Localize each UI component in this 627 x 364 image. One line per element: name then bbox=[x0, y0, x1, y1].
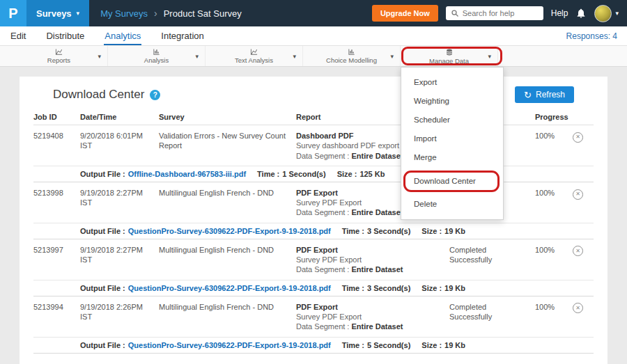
breadcrumb-my-surveys-link[interactable]: My Surveys bbox=[100, 8, 148, 19]
tab-integration[interactable]: Integration bbox=[160, 28, 204, 45]
table-header-row: Job ID Date/Time Survey Report Progress bbox=[33, 107, 594, 125]
job-main-row: 5219408 9/20/2018 6:01PM IST Validation … bbox=[33, 125, 594, 166]
output-file-label: Output File : bbox=[80, 341, 125, 349]
breadcrumb-separator-icon: › bbox=[154, 8, 157, 19]
cancel-job-icon[interactable]: ✕ bbox=[573, 303, 583, 313]
top-bar: P Surveys ▾ My Surveys › Product Sat Sur… bbox=[0, 0, 627, 26]
search-icon bbox=[451, 9, 459, 17]
time-value: 5 Second(s) bbox=[367, 341, 410, 349]
job-datetime: 9/19/2018 2:26PM IST bbox=[80, 302, 159, 332]
app-logo[interactable]: P bbox=[0, 0, 26, 26]
job-survey: Multilingual English French - DND bbox=[159, 188, 296, 218]
refresh-button[interactable]: ↻ Refresh bbox=[515, 86, 574, 103]
job-report: PDF Export Survey PDF Export Data Segmen… bbox=[296, 245, 449, 275]
output-file-label: Output File : bbox=[80, 284, 125, 292]
reports-chart-icon bbox=[54, 48, 63, 56]
responses-count: Responses: 4 bbox=[566, 31, 617, 45]
job-status: Completed Successfully bbox=[449, 302, 516, 332]
job-datetime: 9/19/2018 2:27PM IST bbox=[80, 245, 159, 275]
help-link[interactable]: Help bbox=[551, 8, 568, 18]
upgrade-now-button[interactable]: Upgrade Now bbox=[372, 5, 438, 22]
header-survey: Survey bbox=[159, 113, 296, 121]
output-file-link[interactable]: QuestionPro-Survey-6309622-PDF-Export-9-… bbox=[128, 227, 331, 235]
job-output-row: Output File :QuestionPro-Survey-6309622-… bbox=[33, 337, 594, 354]
chevron-down-icon: ▾ bbox=[390, 53, 394, 60]
job-datetime: 9/20/2018 6:01PM IST bbox=[80, 131, 159, 161]
breadcrumb: My Surveys › Product Sat Survey bbox=[100, 8, 242, 19]
job-progress: 100% bbox=[535, 302, 573, 332]
toolbar-item-analysis[interactable]: Analysis ▾ bbox=[108, 46, 206, 66]
time-value: 3 Second(s) bbox=[367, 227, 410, 235]
tab-bar: Edit Distribute Analytics Integration Re… bbox=[0, 26, 627, 46]
job-id: 5219408 bbox=[33, 131, 80, 161]
job-id: 5213998 bbox=[33, 188, 80, 218]
menu-item-label: Download Center bbox=[414, 177, 476, 185]
tab-edit[interactable]: Edit bbox=[10, 28, 26, 45]
size-value: 19 Kb bbox=[444, 227, 465, 235]
menu-item-weighting[interactable]: Weighting bbox=[401, 92, 503, 111]
toolbar-item-choice-modelling[interactable]: Choice Modelling ▾ bbox=[303, 46, 401, 66]
data-segment: Data Segment : Entire Dataset bbox=[296, 322, 440, 331]
refresh-label: Refresh bbox=[536, 90, 565, 100]
analysis-chart-icon bbox=[152, 48, 161, 56]
size-label: Size : bbox=[421, 284, 442, 292]
size-label: Size : bbox=[421, 341, 442, 349]
tab-distribute[interactable]: Distribute bbox=[45, 28, 85, 45]
toolbar-item-label: Text Analysis bbox=[235, 56, 273, 64]
menu-item-delete[interactable]: Delete bbox=[401, 195, 503, 214]
account-menu[interactable]: ▾ bbox=[594, 5, 619, 22]
job-survey: Multilingual English French - DND bbox=[159, 302, 296, 332]
menu-item-download-center[interactable]: Download Center bbox=[401, 172, 503, 191]
top-bar-right: Upgrade Now Help ▾ bbox=[372, 5, 627, 22]
page-title: Download Center bbox=[53, 88, 144, 102]
output-file-link[interactable]: QuestionPro-Survey-6309622-PDF-Export-9-… bbox=[128, 284, 331, 292]
output-file-link[interactable]: QuestionPro-Survey-6309622-PDF-Export-9-… bbox=[128, 341, 331, 349]
time-label: Time : bbox=[342, 341, 364, 349]
chevron-down-icon: ▾ bbox=[77, 10, 80, 17]
time-value: 3 Second(s) bbox=[367, 284, 410, 292]
report-title: PDF Export bbox=[296, 245, 440, 255]
chevron-down-icon: ▾ bbox=[488, 53, 491, 60]
app-window: P Surveys ▾ My Surveys › Product Sat Sur… bbox=[0, 0, 627, 364]
menu-item-import[interactable]: Import bbox=[401, 129, 503, 148]
job-id: 5213994 bbox=[33, 302, 80, 332]
toolbar-item-label: Analysis bbox=[144, 56, 169, 64]
report-description: Survey PDF Export bbox=[296, 312, 440, 322]
size-value: 19 Kb bbox=[444, 341, 465, 349]
menu-item-scheduler[interactable]: Scheduler bbox=[401, 111, 503, 129]
menu-item-merge[interactable]: Merge bbox=[401, 148, 503, 167]
search-input[interactable] bbox=[463, 9, 539, 17]
database-icon bbox=[445, 48, 454, 56]
job-progress: 100% bbox=[535, 131, 573, 161]
menu-item-export[interactable]: Export bbox=[401, 73, 503, 92]
help-search-box bbox=[446, 6, 543, 20]
cancel-job-icon[interactable]: ✕ bbox=[573, 132, 583, 143]
toolbar-item-reports[interactable]: Reports ▾ bbox=[10, 46, 108, 66]
output-file-link[interactable]: Offline-Dashboard-967583-iii.pdf bbox=[128, 170, 246, 178]
toolbar-item-manage-data[interactable]: Manage Data ▾ bbox=[401, 46, 498, 66]
choice-modelling-chart-icon bbox=[347, 48, 356, 56]
time-label: Time : bbox=[342, 227, 364, 235]
time-label: Time : bbox=[342, 284, 364, 292]
chevron-down-icon: ▾ bbox=[195, 53, 199, 60]
job-survey: Multilingual English French - DND bbox=[159, 245, 296, 275]
job-output-row: Output File :QuestionPro-Survey-6309622-… bbox=[33, 280, 594, 296]
table-row: 5213997 9/19/2018 2:27PM IST Multilingua… bbox=[33, 239, 594, 296]
chevron-down-icon: ▾ bbox=[98, 53, 101, 60]
job-id: 5213997 bbox=[33, 245, 80, 275]
notifications-bell-icon[interactable] bbox=[575, 8, 587, 19]
toolbar-item-label: Reports bbox=[47, 56, 70, 64]
toolbar-item-text-analysis[interactable]: Text Analysis ▾ bbox=[206, 46, 303, 66]
panel-header: Download Center ? ↻ Refresh bbox=[33, 86, 594, 103]
text-analysis-chart-icon bbox=[249, 48, 258, 56]
report-description: Survey PDF Export bbox=[296, 255, 440, 264]
job-progress: 100% bbox=[535, 188, 573, 218]
cancel-job-icon[interactable]: ✕ bbox=[573, 246, 583, 256]
job-report: PDF Export Survey PDF Export Data Segmen… bbox=[296, 302, 449, 332]
help-badge-icon[interactable]: ? bbox=[150, 90, 160, 100]
job-output-row: Output File :QuestionPro-Survey-6309622-… bbox=[33, 223, 594, 239]
cancel-job-icon[interactable]: ✕ bbox=[573, 189, 583, 200]
job-datetime: 9/19/2018 2:27PM IST bbox=[80, 188, 159, 218]
surveys-menu-button[interactable]: Surveys ▾ bbox=[26, 0, 89, 26]
tab-analytics[interactable]: Analytics bbox=[104, 28, 141, 45]
